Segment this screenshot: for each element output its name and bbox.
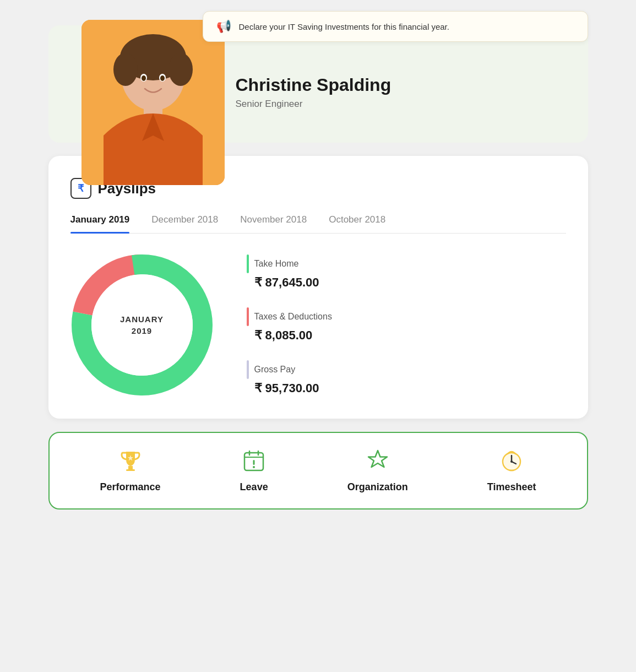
- tab-dec2018[interactable]: December 2018: [151, 214, 218, 233]
- calendar-icon: [242, 448, 266, 476]
- announcement-icon: 📢: [216, 19, 231, 34]
- donut-chart: JANUARY 2019: [70, 253, 214, 397]
- clock-icon: [499, 448, 524, 476]
- tab-jan2019[interactable]: January 2019: [70, 214, 130, 233]
- main-container: 📢 Declare your IT Saving Investments for…: [48, 11, 588, 510]
- taxes-value: ₹ 8,085.00: [254, 328, 566, 343]
- nav-item-performance[interactable]: Performance: [100, 448, 161, 493]
- profile-title: Senior Engineer: [236, 99, 566, 110]
- leave-label: Leave: [240, 481, 268, 493]
- svg-point-21: [253, 466, 255, 468]
- nav-item-organization[interactable]: Organization: [347, 448, 408, 493]
- taxes-bar: [247, 307, 249, 326]
- profile-card: Christine Spalding Senior Engineer: [48, 25, 588, 143]
- tab-oct2018[interactable]: October 2018: [329, 214, 385, 233]
- legend-item-gross: Gross Pay ₹ 95,730.00: [247, 360, 566, 395]
- take-home-bar: [247, 254, 249, 273]
- gross-value: ₹ 95,730.00: [254, 381, 566, 395]
- donut-label: JANUARY 2019: [120, 313, 164, 337]
- svg-rect-15: [128, 466, 133, 469]
- svg-point-26: [510, 460, 513, 463]
- payslips-tabs: January 2019 December 2018 November 2018…: [70, 214, 566, 234]
- svg-rect-20: [253, 460, 255, 465]
- timesheet-label: Timesheet: [487, 481, 536, 493]
- organization-label: Organization: [347, 481, 408, 493]
- announcement-banner: 📢 Declare your IT Saving Investments for…: [203, 11, 588, 42]
- svg-rect-16: [126, 469, 135, 471]
- tab-nov2018[interactable]: November 2018: [240, 214, 307, 233]
- profile-info: Christine Spalding Senior Engineer: [236, 58, 566, 121]
- legend-item-take-home: Take Home ₹ 87,645.00: [247, 254, 566, 290]
- nav-item-leave[interactable]: Leave: [240, 448, 268, 493]
- announcement-text: Declare your IT Saving Investments for t…: [239, 22, 449, 31]
- nav-item-timesheet[interactable]: Timesheet: [487, 448, 536, 493]
- bottom-nav: Performance Leave: [48, 432, 588, 510]
- taxes-label: Taxes & Deductions: [254, 312, 332, 322]
- profile-photo: [81, 20, 225, 185]
- svg-point-8: [160, 75, 165, 81]
- take-home-value: ₹ 87,645.00: [254, 275, 566, 290]
- payslip-content: JANUARY 2019 Take Home ₹ 87,645.00: [70, 253, 566, 397]
- trophy-icon: [118, 448, 143, 476]
- legend-item-taxes: Taxes & Deductions ₹ 8,085.00: [247, 307, 566, 343]
- gross-label: Gross Pay: [254, 365, 296, 375]
- legend: Take Home ₹ 87,645.00 Taxes & Deductions…: [247, 254, 566, 395]
- take-home-label: Take Home: [254, 259, 299, 269]
- performance-label: Performance: [100, 481, 161, 493]
- svg-point-3: [113, 53, 138, 86]
- profile-name: Christine Spalding: [236, 75, 566, 95]
- svg-point-7: [142, 75, 146, 81]
- star-icon: [366, 448, 390, 476]
- gross-bar: [247, 360, 249, 379]
- payslips-card: ₹ Payslips January 2019 December 2018 No…: [48, 156, 588, 419]
- svg-point-4: [168, 53, 193, 86]
